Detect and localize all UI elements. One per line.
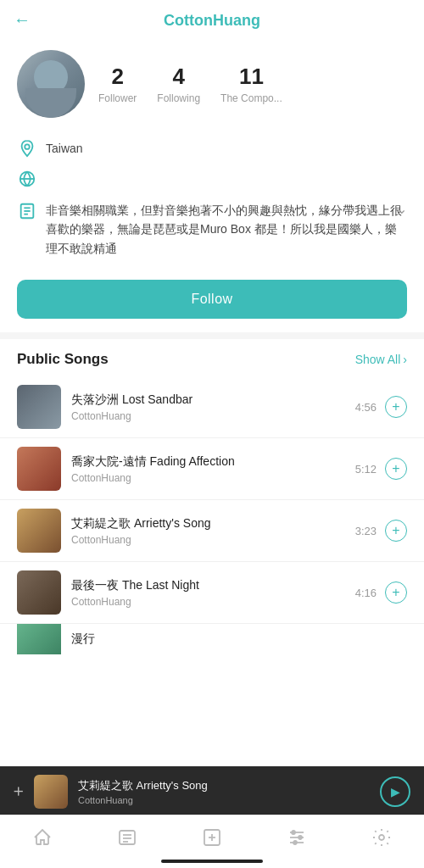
expand-icon: ✕ xyxy=(10,783,27,800)
svg-point-18 xyxy=(298,836,302,839)
song-title: 喬家大院-遠情 Fading Affection xyxy=(71,453,345,470)
nav-home[interactable] xyxy=(21,822,64,853)
now-playing-artist: CottonHuang xyxy=(78,795,370,805)
location-icon xyxy=(17,138,37,159)
nav-compose[interactable] xyxy=(191,822,233,853)
now-playing-bar[interactable]: ✕ 艾莉緹之歌 Arrietty's Song CottonHuang ▶ xyxy=(0,766,424,817)
song-artist: CottonHuang xyxy=(71,410,345,422)
song-item[interactable]: 喬家大院-遠情 Fading Affection CottonHuang 5:1… xyxy=(0,438,424,500)
song-item[interactable]: 最後一夜 The Last Night CottonHuang 4:16 + xyxy=(0,562,424,624)
song-info: 最後一夜 The Last Night CottonHuang xyxy=(71,577,345,608)
song-item-partial: 漫行 xyxy=(0,624,424,654)
song-title: 最後一夜 The Last Night xyxy=(71,577,345,594)
song-thumbnail xyxy=(17,447,61,491)
now-playing-title: 艾莉緹之歌 Arrietty's Song xyxy=(78,778,370,793)
stat-item: 4 Following xyxy=(157,64,200,103)
song-right: 5:12 + xyxy=(355,458,407,480)
nav-library[interactable] xyxy=(106,822,148,853)
song-artist: CottonHuang xyxy=(71,596,345,608)
song-title: 失落沙洲 Lost Sandbar xyxy=(71,392,345,409)
stat-label: The Compo... xyxy=(220,92,282,104)
song-thumbnail xyxy=(17,570,61,615)
bio-text: 非音樂相關職業，但對音樂抱著不小的興趣與熱忱，緣分帶我遇上很喜歡的樂器，無論是琵… xyxy=(46,201,407,258)
nav-mix[interactable] xyxy=(276,822,318,853)
now-playing-info: 艾莉緹之歌 Arrietty's Song CottonHuang xyxy=(78,778,370,805)
location-row: Taiwan xyxy=(17,133,407,164)
song-thumbnail xyxy=(17,509,61,553)
add-song-button[interactable]: + xyxy=(385,458,407,480)
stat-number: 4 xyxy=(172,64,184,90)
partial-song-thumbnail xyxy=(17,624,61,654)
stat-number: 2 xyxy=(111,64,123,90)
stat-number: 11 xyxy=(239,64,264,90)
bio-row: 非音樂相關職業，但對音樂抱著不小的興趣與熱忱，緣分帶我遇上很喜歡的樂器，無論是琵… xyxy=(17,194,407,264)
stat-label: Follower xyxy=(98,92,137,104)
nav-settings[interactable] xyxy=(360,822,403,853)
svg-point-17 xyxy=(292,831,295,834)
profile-section: 2 Follower 4 Following 11 The Compo... xyxy=(0,38,424,126)
svg-point-19 xyxy=(293,841,297,844)
song-duration: 4:56 xyxy=(355,401,377,414)
partial-song-title: 漫行 xyxy=(71,631,407,648)
song-title: 艾莉緹之歌 Arrietty's Song xyxy=(71,515,345,532)
song-item[interactable]: 艾莉緹之歌 Arrietty's Song CottonHuang 3:23 + xyxy=(0,500,424,562)
song-right: 4:16 + xyxy=(355,581,407,604)
song-duration: 3:23 xyxy=(355,525,377,537)
svg-point-20 xyxy=(379,835,384,840)
svg-point-0 xyxy=(25,144,30,149)
bio-icon xyxy=(17,201,37,221)
info-section: Taiwan 非音樂相關職業，但對音樂抱著不小的興趣與熱忱，緣分帶我遇上很喜歡的… xyxy=(0,126,424,271)
songs-list: 失落沙洲 Lost Sandbar CottonHuang 4:56 + 喬家大… xyxy=(0,376,424,654)
song-artist: CottonHuang xyxy=(71,534,345,546)
songs-section: Public Songs Show All › 失落沙洲 Lost Sandba… xyxy=(0,339,424,654)
show-all-button[interactable]: Show All › xyxy=(355,353,407,366)
song-right: 3:23 + xyxy=(355,520,407,542)
stat-label: Following xyxy=(157,92,200,104)
location-text: Taiwan xyxy=(46,142,83,155)
avatar xyxy=(17,50,85,118)
website-row xyxy=(17,164,407,194)
song-info: 喬家大院-遠情 Fading Affection CottonHuang xyxy=(71,453,345,484)
play-button[interactable]: ▶ xyxy=(380,776,410,807)
song-duration: 5:12 xyxy=(355,463,377,476)
header: ← CottonHuang xyxy=(0,0,424,38)
follow-button[interactable]: Follow xyxy=(17,280,407,319)
songs-title: Public Songs xyxy=(17,351,109,368)
song-duration: 4:16 xyxy=(355,587,377,599)
add-song-button[interactable]: + xyxy=(385,581,407,604)
now-playing-thumb xyxy=(34,775,68,809)
home-indicator xyxy=(161,860,263,863)
songs-header: Public Songs Show All › xyxy=(0,339,424,376)
add-song-button[interactable]: + xyxy=(385,520,407,542)
add-song-button[interactable]: + xyxy=(385,396,407,418)
song-info: 失落沙洲 Lost Sandbar CottonHuang xyxy=(71,392,345,422)
song-right: 4:56 + xyxy=(355,396,407,418)
stat-item: 11 The Compo... xyxy=(220,64,282,103)
song-artist: CottonHuang xyxy=(71,472,345,484)
song-info: 艾莉緹之歌 Arrietty's Song CottonHuang xyxy=(71,515,345,546)
globe-icon xyxy=(17,169,37,189)
bio-toggle-icon[interactable]: ⌄ xyxy=(396,201,407,217)
follow-section: Follow xyxy=(0,271,424,332)
stat-item: 2 Follower xyxy=(98,64,137,103)
song-thumbnail xyxy=(17,385,61,429)
section-divider xyxy=(0,332,424,339)
song-item[interactable]: 失落沙洲 Lost Sandbar CottonHuang 4:56 + xyxy=(0,376,424,438)
back-button[interactable]: ← xyxy=(14,9,31,29)
stats-container: 2 Follower 4 Following 11 The Compo... xyxy=(98,64,407,103)
partial-song-info: 漫行 xyxy=(71,631,407,648)
page-title: CottonHuang xyxy=(164,12,260,30)
